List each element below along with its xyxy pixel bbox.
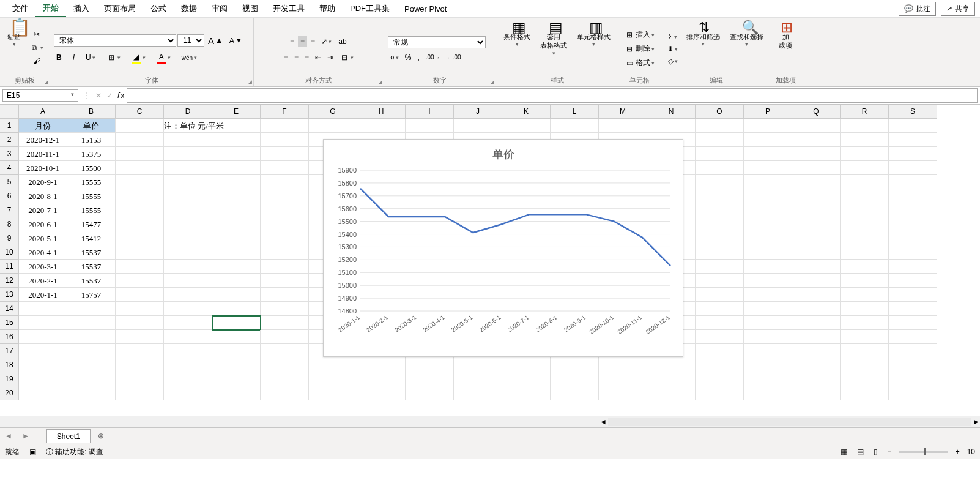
cell[interactable] (164, 231, 212, 246)
cell[interactable] (164, 246, 212, 260)
cell[interactable] (841, 358, 889, 372)
tab-nav-next[interactable]: ► (17, 432, 34, 440)
cell[interactable] (261, 217, 309, 231)
column-header[interactable]: I (406, 105, 454, 119)
row-header[interactable]: 11 (0, 260, 19, 274)
clear-button[interactable]: ◇▾ (666, 56, 680, 67)
format-painter-button[interactable]: 🖌 (29, 55, 44, 67)
cell[interactable] (647, 372, 696, 386)
decrease-decimal-button[interactable]: ←.00 (444, 53, 464, 62)
cell[interactable] (841, 260, 889, 274)
cell[interactable] (67, 344, 116, 358)
column-header[interactable]: R (841, 105, 889, 119)
cell[interactable] (551, 358, 599, 372)
cell[interactable] (696, 386, 744, 400)
increase-decimal-button[interactable]: .00→ (423, 53, 443, 62)
cell[interactable] (212, 358, 261, 372)
cell[interactable]: 2020-6-1 (19, 217, 67, 231)
cell[interactable] (744, 246, 792, 260)
cell[interactable] (841, 386, 889, 400)
cell[interactable] (696, 330, 744, 344)
delete-cells-button[interactable]: ⊟删除▾ (622, 42, 657, 55)
column-header[interactable]: S (889, 105, 937, 119)
cell[interactable] (647, 358, 696, 372)
cell[interactable] (116, 175, 164, 189)
cell[interactable] (744, 316, 792, 330)
cell[interactable] (889, 133, 937, 147)
cell[interactable] (599, 386, 647, 400)
cell[interactable]: 15375 (67, 147, 116, 161)
cell[interactable] (551, 386, 599, 400)
cell[interactable] (744, 175, 792, 189)
cell[interactable] (792, 217, 841, 231)
cell[interactable] (309, 386, 357, 400)
cell[interactable] (116, 246, 164, 260)
cell[interactable] (454, 372, 502, 386)
row-header[interactable]: 5 (0, 175, 19, 189)
new-sheet-button[interactable]: ⊕ (91, 432, 111, 440)
row-header[interactable]: 7 (0, 203, 19, 217)
menu-dev[interactable]: 开发工具 (265, 1, 312, 17)
cell[interactable] (647, 119, 696, 133)
cell[interactable]: 15537 (67, 246, 116, 260)
menu-help[interactable]: 帮助 (312, 1, 343, 17)
cell[interactable] (744, 133, 792, 147)
cell[interactable] (164, 217, 212, 231)
cell[interactable] (744, 231, 792, 246)
cell[interactable] (841, 372, 889, 386)
cell[interactable] (792, 246, 841, 260)
cell[interactable] (696, 316, 744, 330)
column-header[interactable]: M (599, 105, 647, 119)
cell[interactable] (212, 316, 261, 330)
column-header[interactable]: G (309, 105, 357, 119)
cell[interactable] (792, 203, 841, 217)
cell[interactable] (164, 386, 212, 400)
zoom-level[interactable]: 10 (967, 448, 975, 456)
cell[interactable] (212, 372, 261, 386)
cell[interactable] (744, 203, 792, 217)
cell[interactable] (261, 147, 309, 161)
cell[interactable] (164, 358, 212, 372)
cell[interactable] (212, 302, 261, 316)
cell[interactable] (792, 189, 841, 203)
menu-view[interactable]: 视图 (235, 1, 265, 17)
cell[interactable]: 2020-11-1 (19, 147, 67, 161)
cell[interactable] (889, 372, 937, 386)
insert-cells-button[interactable]: ⊞插入▾ (622, 28, 657, 41)
menu-insert[interactable]: 插入 (66, 1, 97, 17)
view-page-layout-button[interactable]: ▤ (855, 446, 866, 457)
cell[interactable] (454, 386, 502, 400)
addins-button[interactable]: ⊞加 载项 (775, 20, 796, 75)
column-header[interactable]: H (357, 105, 406, 119)
cell[interactable] (19, 330, 67, 344)
cell[interactable] (19, 358, 67, 372)
cell[interactable] (696, 147, 744, 161)
font-dialog-launcher[interactable]: ◢ (248, 79, 252, 85)
cell[interactable] (357, 372, 406, 386)
cell[interactable] (502, 358, 551, 372)
cell[interactable] (889, 119, 937, 133)
cell[interactable] (841, 189, 889, 203)
merge-button[interactable]: ⊟▾ (337, 51, 356, 64)
zoom-out-button[interactable]: − (885, 446, 894, 457)
cell[interactable]: 月份 (19, 119, 67, 133)
cell[interactable] (164, 330, 212, 344)
cell[interactable] (261, 386, 309, 400)
cell[interactable] (261, 189, 309, 203)
cell[interactable] (261, 231, 309, 246)
cell[interactable] (212, 288, 261, 302)
cell[interactable] (841, 147, 889, 161)
cell[interactable] (261, 175, 309, 189)
percent-button[interactable]: % (403, 52, 414, 63)
cell[interactable] (696, 119, 744, 133)
cell[interactable] (696, 175, 744, 189)
cell[interactable] (67, 316, 116, 330)
row-header[interactable]: 6 (0, 189, 19, 203)
menu-file[interactable]: 文件 (5, 1, 35, 17)
cell[interactable] (696, 344, 744, 358)
cell[interactable] (116, 217, 164, 231)
cell[interactable] (792, 133, 841, 147)
cell[interactable]: 15537 (67, 274, 116, 288)
menu-formula[interactable]: 公式 (143, 1, 174, 17)
cell[interactable] (889, 386, 937, 400)
